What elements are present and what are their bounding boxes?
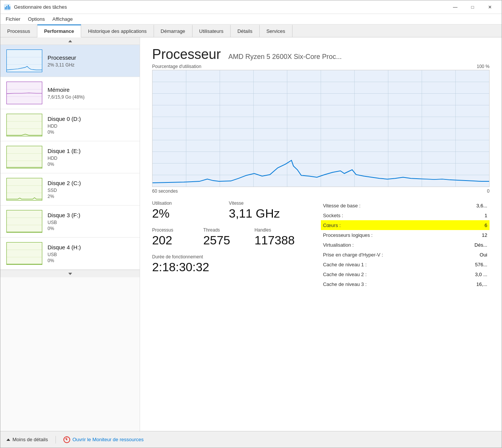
processus-threads-handles-row: Processus 202 Threads 2575 Handles 11738…: [152, 227, 306, 247]
sidebar-item-disque1[interactable]: Disque 1 (E:) HDD 0%: [0, 141, 140, 173]
less-details-label: Moins de détails: [12, 437, 48, 442]
cpu-chart: [152, 70, 490, 187]
info-row-virtualisation: Virtualisation : Dés...: [321, 240, 490, 250]
disque3-detail2: 0%: [48, 226, 134, 231]
sidebar-item-disque2[interactable]: Disque 2 (C:) SSD 2%: [0, 173, 140, 205]
memoire-detail: 7,6/15,9 Go (48%): [48, 94, 134, 100]
processus-block: Processus 202: [152, 227, 203, 247]
sidebar-item-disque0[interactable]: Disque 0 (D:) HDD 0%: [0, 109, 140, 141]
menu-options[interactable]: Options: [24, 15, 49, 23]
sidebar-item-disque3[interactable]: Disque 3 (F:) USB 0%: [0, 205, 140, 238]
open-monitor-link[interactable]: Ouvrir le Moniteur de ressources: [63, 436, 144, 443]
time-left: 60 secondes: [152, 188, 178, 194]
chevron-up-icon: [6, 439, 10, 441]
svg-rect-14: [7, 146, 42, 168]
stats-and-info: Utilisation 2% Vitesse 3,11 GHz Processu…: [152, 201, 490, 289]
info-row-sockets: Sockets : 1: [321, 210, 490, 220]
tab-historique[interactable]: Historique des applications: [81, 25, 154, 37]
threads-value: 2575: [203, 233, 255, 247]
svg-rect-2: [6, 6, 7, 9]
info-label-coeurs: Cœurs :: [323, 222, 341, 228]
svg-point-47: [66, 439, 67, 440]
tab-performance[interactable]: Performance: [37, 25, 81, 37]
disque3-thumbnail: [6, 210, 42, 233]
arrow-up-icon: [68, 40, 72, 42]
svg-rect-1: [5, 7, 6, 9]
menu-fichier[interactable]: Fichier: [2, 15, 24, 23]
window-title: Gestionnaire des tâches: [14, 4, 447, 10]
info-table: Vitesse de base : 3,6... Sockets : 1 Cœu…: [321, 201, 490, 289]
footer-bar: Moins de détails Ouvrir le Moniteur de r…: [0, 431, 502, 448]
disque0-name: Disque 0 (D:): [48, 115, 134, 123]
processus-value: 202: [152, 233, 203, 247]
info-row-proc-logiques: Processeurs logiques : 12: [321, 230, 490, 240]
window-controls: — □ ✕: [447, 1, 499, 13]
tab-details[interactable]: Détails: [231, 25, 260, 37]
svg-rect-5: [7, 50, 42, 72]
info-label-sockets: Sockets :: [323, 213, 343, 218]
memoire-thumbnail: [6, 82, 42, 104]
disque4-name: Disque 4 (H:): [48, 244, 134, 251]
svg-rect-4: [9, 6, 10, 9]
uptime-block: Durée de fonctionnement 2:18:30:32: [152, 254, 306, 274]
info-row-cache1: Cache de niveau 1 : 576...: [321, 260, 490, 269]
less-details-button[interactable]: Moins de détails: [6, 437, 48, 442]
sidebar-item-memoire[interactable]: Mémoire 7,6/15,9 Go (48%): [0, 77, 140, 109]
disque4-detail2: 0%: [48, 258, 134, 263]
sidebar-scroll-up[interactable]: [0, 37, 140, 45]
disque3-name: Disque 3 (F:): [48, 212, 134, 219]
handles-label: Handles: [254, 227, 306, 233]
processeur-thumbnail: [6, 49, 42, 72]
disque4-detail1: USB: [48, 252, 134, 257]
handles-block: Handles 117388: [254, 227, 306, 247]
info-row-cache2: Cache de niveau 2 : 3,0 ...: [321, 269, 490, 279]
footer-divider: [55, 436, 56, 443]
disque1-info: Disque 1 (E:) HDD 0%: [48, 147, 134, 167]
info-value-sockets: 1: [485, 213, 487, 218]
main-panel: Processeur AMD Ryzen 5 2600X Six-Core Pr…: [140, 37, 502, 431]
disque2-detail1: SSD: [48, 188, 134, 193]
maximize-button[interactable]: □: [464, 1, 481, 13]
minimize-button[interactable]: —: [447, 1, 464, 13]
tab-demarrage[interactable]: Démarrage: [154, 25, 192, 37]
processeur-info: Processeur 2% 3,11 GHz: [48, 54, 134, 68]
info-row-coeurs: Cœurs : 6: [321, 220, 490, 230]
sidebar-scroll-down[interactable]: [0, 270, 140, 277]
disque1-name: Disque 1 (E:): [48, 147, 134, 155]
info-value-hyperv: Oui: [480, 252, 487, 258]
disque0-detail1: HDD: [48, 124, 134, 129]
processeur-detail: 2% 3,11 GHz: [48, 62, 134, 68]
info-value-coeurs: 6: [485, 222, 487, 228]
uptime-value: 2:18:30:32: [152, 260, 306, 274]
vitesse-value: 3,11 GHz: [229, 207, 305, 221]
sidebar-item-processeur[interactable]: Processeur 2% 3,11 GHz: [0, 45, 140, 77]
disque2-detail2: 2%: [48, 194, 134, 199]
tab-services[interactable]: Services: [260, 25, 293, 37]
utilisation-block: Utilisation 2%: [152, 201, 229, 221]
vitesse-label: Vitesse: [229, 201, 305, 206]
svg-rect-3: [8, 5, 9, 9]
threads-block: Threads 2575: [203, 227, 255, 247]
disque2-name: Disque 2 (C:): [48, 179, 134, 187]
close-button[interactable]: ✕: [481, 1, 499, 13]
app-icon: [3, 3, 11, 11]
disque2-info: Disque 2 (C:) SSD 2%: [48, 179, 134, 199]
tab-utilisateurs[interactable]: Utilisateurs: [192, 25, 231, 37]
disque4-info: Disque 4 (H:) USB 0%: [48, 244, 134, 263]
memoire-info: Mémoire 7,6/15,9 Go (48%): [48, 86, 134, 100]
tab-processus[interactable]: Processus: [0, 25, 37, 37]
svg-rect-20: [7, 210, 42, 232]
processor-title: Processeur: [152, 46, 221, 62]
svg-rect-11: [7, 114, 42, 136]
disque0-info: Disque 0 (D:) HDD 0%: [48, 115, 134, 135]
stats-left: Utilisation 2% Vitesse 3,11 GHz Processu…: [152, 201, 306, 289]
menu-affichage[interactable]: Affichage: [49, 15, 77, 23]
svg-rect-17: [7, 178, 42, 200]
disque3-info: Disque 3 (F:) USB 0%: [48, 212, 134, 231]
disque0-detail2: 0%: [48, 130, 134, 135]
sidebar-item-disque4[interactable]: Disque 4 (H:) USB 0%: [0, 238, 140, 270]
info-value-proc-logiques: 12: [482, 232, 487, 238]
arrow-down-icon: [68, 273, 72, 275]
processus-label: Processus: [152, 227, 203, 233]
utilisation-vitesse-row: Utilisation 2% Vitesse 3,11 GHz: [152, 201, 306, 221]
